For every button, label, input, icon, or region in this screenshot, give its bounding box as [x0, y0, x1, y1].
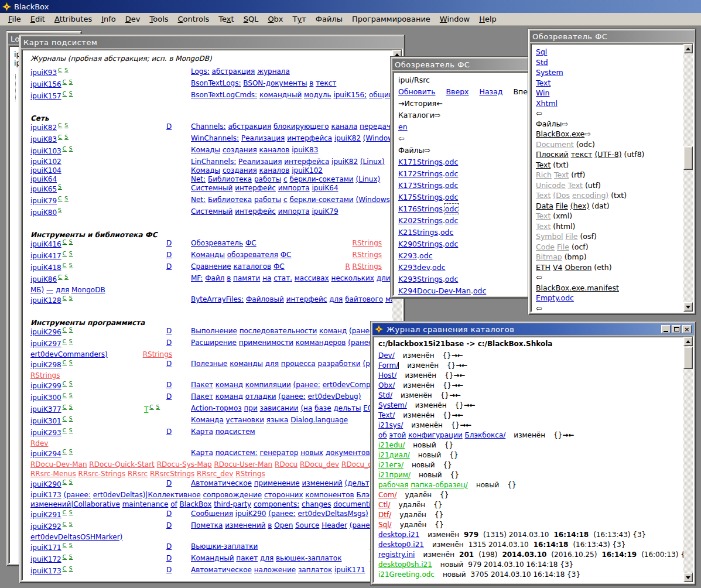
- minimize-button[interactable]: [661, 325, 671, 333]
- dir-link[interactable]: en: [398, 122, 408, 131]
- module-link[interactable]: ipuiK156: [30, 80, 61, 88]
- rstrings-link[interactable]: RStrings: [353, 239, 382, 247]
- journal-entry-link[interactable]: об: [378, 431, 387, 439]
- description-link[interactable]: языка: [266, 416, 289, 424]
- description-link[interactable]: изменений: [302, 479, 342, 487]
- flag-link[interactable]: S: [69, 295, 73, 301]
- module-link[interactable]: ipuiK294: [30, 450, 61, 458]
- description-link[interactable]: импорта: [278, 184, 310, 192]
- file-type-link[interactable]: Rich: [536, 170, 552, 179]
- description-link[interactable]: генератор: [259, 449, 298, 457]
- module-link[interactable]: ipuiK65: [30, 185, 57, 193]
- description-link[interactable]: Source: [295, 521, 319, 529]
- description-link[interactable]: BsonTextLogs:: [191, 79, 241, 87]
- file-type-link[interactable]: BlackBox.exe: [536, 129, 584, 138]
- module-link[interactable]: ipuiK80: [30, 208, 57, 217]
- description-link[interactable]: каналов: [259, 146, 290, 154]
- description-link[interactable]: для: [329, 295, 343, 303]
- flag-link[interactable]: S: [69, 404, 73, 410]
- description-link[interactable]: Сообщения: [191, 510, 233, 518]
- rstrings-link[interactable]: RRsrc: [128, 470, 148, 478]
- rstrings-link[interactable]: RDocu-User-Man: [214, 460, 273, 469]
- menu-item-sql[interactable]: SQL: [239, 13, 264, 25]
- description-link[interactable]: Выполнение: [191, 327, 237, 335]
- flag-link[interactable]: C: [63, 554, 67, 560]
- description-link[interactable]: интерфейса: [284, 158, 329, 166]
- module-link[interactable]: ipuiK290: [30, 480, 61, 488]
- description-link[interactable]: текст: [316, 79, 336, 87]
- file-link[interactable]: K290Strings: [398, 240, 443, 248]
- module-link[interactable]: ipuiK171: [30, 543, 61, 552]
- description-link[interactable]: Системный: [191, 184, 232, 192]
- description-link[interactable]: Библиотека: [208, 175, 252, 183]
- doc-link[interactable]: сопровождение: [203, 491, 262, 499]
- flag-link[interactable]: S: [58, 207, 62, 213]
- menu-item-info[interactable]: Info: [97, 13, 121, 25]
- description-link[interactable]: ipuiK102: [292, 166, 323, 175]
- description-link[interactable]: блокирующего: [273, 122, 329, 131]
- description-link[interactable]: команд: [319, 327, 347, 335]
- description-link[interactable]: компиляции: [245, 381, 291, 389]
- description-link[interactable]: ert0devDeltasMsgs): [298, 510, 368, 518]
- description-link[interactable]: ert0devDebug): [307, 392, 361, 401]
- file-type-link[interactable]: (UTF-8): [594, 150, 621, 159]
- flag-link[interactable]: S: [69, 251, 73, 257]
- file-link[interactable]: K293: [398, 251, 417, 260]
- doc-link[interactable]: BlackBox: [180, 500, 212, 508]
- file-type-link[interactable]: ETH: [536, 263, 550, 272]
- description-link[interactable]: документов: [326, 449, 370, 457]
- file-ext-link[interactable]: odc: [445, 204, 458, 213]
- flag-link[interactable]: C: [63, 416, 67, 422]
- description-link[interactable]: канала: [331, 122, 357, 131]
- description-link[interactable]: MF:: [191, 274, 203, 282]
- description-link[interactable]: памяти: [233, 274, 260, 282]
- rstrings-link[interactable]: RRsrcStrings: [150, 470, 194, 478]
- module-link[interactable]: ipuiK417: [30, 252, 61, 260]
- doc-link[interactable]: components:: [254, 500, 299, 508]
- maximize-button[interactable]: [672, 325, 681, 333]
- doc-link[interactable]: of: [170, 500, 177, 508]
- description-link[interactable]: ФС: [273, 262, 285, 271]
- flag-link[interactable]: S: [69, 510, 73, 515]
- flag-link[interactable]: C: [58, 134, 62, 140]
- flag-link[interactable]: C: [63, 327, 67, 333]
- rstrings-link[interactable]: RDocu-Dev-Man: [30, 460, 87, 469]
- file-link[interactable]: K293Strings: [398, 275, 443, 283]
- module-link[interactable]: ipuiK292: [30, 522, 61, 531]
- description-link[interactable]: ФС: [281, 251, 292, 259]
- file-type-link[interactable]: Data: [536, 201, 553, 210]
- fs1-window-title-bar[interactable]: Обозреватель ФС: [392, 59, 529, 70]
- doc-link[interactable]: ipuiK173: [30, 491, 61, 499]
- description-link[interactable]: модуль: [304, 91, 331, 99]
- module-link[interactable]: ipuiK157: [30, 92, 61, 100]
- journal-entry-link[interactable]: папка-образец/: [411, 481, 468, 489]
- journal-entry-link[interactable]: desktop.i21: [378, 531, 419, 539]
- description-link[interactable]: нескольких: [331, 274, 374, 282]
- journal-entry-link[interactable]: Com/: [378, 491, 396, 499]
- docu-link[interactable]: D: [166, 428, 172, 436]
- description-link[interactable]: Полезные: [191, 360, 228, 368]
- docu-link[interactable]: D: [166, 392, 172, 401]
- rstrings-link[interactable]: RRsrc_dev: [197, 470, 233, 478]
- description-link[interactable]: интерфейс: [235, 184, 276, 192]
- menu-item-edit[interactable]: Edit: [26, 13, 50, 25]
- description-link[interactable]: Автоматическое: [191, 566, 252, 574]
- description-link[interactable]: ipuiK156;: [333, 91, 367, 99]
- flag-link[interactable]: C: [63, 542, 67, 548]
- description-link[interactable]: (дельт): [345, 479, 372, 487]
- flag-link[interactable]: C: [63, 251, 67, 257]
- journal-window-title-bar[interactable]: Журнал сравнения каталогов ×: [372, 323, 694, 335]
- description-link[interactable]: Action-тормоз: [191, 404, 242, 412]
- docu-link[interactable]: D: [166, 327, 172, 335]
- flag-link[interactable]: S: [64, 274, 69, 280]
- rstrings-link[interactable]: R: [345, 262, 350, 271]
- doc-link[interactable]: third-party: [214, 500, 251, 508]
- description-link[interactable]: Реализация: [241, 134, 285, 142]
- description-link[interactable]: Пакет: [191, 392, 213, 401]
- module-link[interactable]: ipuiK103: [30, 147, 61, 155]
- rstrings-link[interactable]: RRsrc-Menus: [30, 470, 76, 478]
- description-link[interactable]: (Windows): [363, 134, 392, 142]
- description-link[interactable]: байтового: [345, 295, 383, 303]
- description-link[interactable]: на: [262, 274, 271, 282]
- file-type-link[interactable]: Text: [536, 222, 550, 231]
